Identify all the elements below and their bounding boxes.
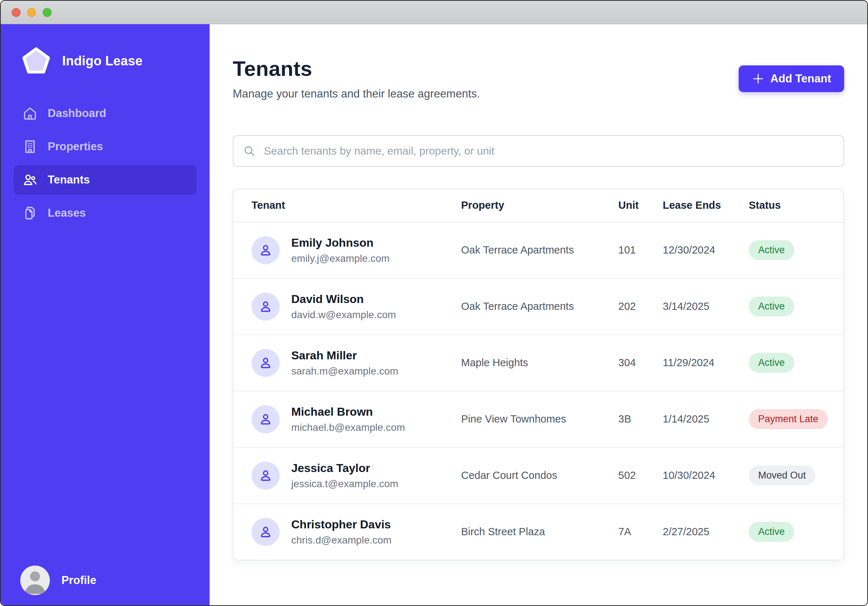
status-badge: Active <box>749 240 794 260</box>
window-titlebar <box>1 1 867 24</box>
lease-ends-cell: 10/30/2024 <box>663 470 749 481</box>
table-body: Emily Johnson emily.j@example.com Oak Te… <box>233 223 843 560</box>
status-badge: Active <box>749 522 794 542</box>
tenant-name: David Wilson <box>291 292 396 306</box>
tenant-avatar <box>251 462 280 490</box>
search-input[interactable] <box>263 144 834 158</box>
tenant-email: emily.j@example.com <box>291 253 389 264</box>
unit-cell: 3B <box>618 413 663 425</box>
page-title: Tenants <box>233 57 480 80</box>
lease-ends-cell: 2/27/2025 <box>663 526 749 538</box>
page-subtitle: Manage your tenants and their lease agre… <box>233 87 480 100</box>
sidebar-item-dashboard[interactable]: Dashboard <box>14 99 197 128</box>
tenant-avatar <box>251 292 280 321</box>
add-tenant-button[interactable]: Add Tenant <box>739 65 844 92</box>
status-badge: Payment Late <box>749 409 828 429</box>
pentagon-logo-icon <box>21 46 51 76</box>
sidebar-item-label: Properties <box>48 140 103 153</box>
person-icon <box>258 524 274 540</box>
person-icon <box>258 355 274 371</box>
tenants-table: Tenant Property Unit Lease Ends Status E… <box>233 189 844 561</box>
tenant-email: david.w@example.com <box>291 309 396 321</box>
column-header-status: Status <box>749 199 825 211</box>
table-row[interactable]: Sarah Miller sarah.m@example.com Maple H… <box>233 335 843 391</box>
tenant-name: Michael Brown <box>291 405 405 419</box>
property-cell: Cedar Court Condos <box>461 470 618 481</box>
table-row[interactable]: David Wilson david.w@example.com Oak Ter… <box>233 279 843 335</box>
property-cell: Oak Terrace Apartments <box>461 244 618 256</box>
sidebar-item-tenants[interactable]: Tenants <box>14 165 197 195</box>
home-icon <box>22 106 37 121</box>
table-row[interactable]: Emily Johnson emily.j@example.com Oak Te… <box>233 223 843 279</box>
sidebar-item-label: Leases <box>48 207 86 220</box>
column-header-lease-ends: Lease Ends <box>663 199 749 211</box>
lease-ends-cell: 1/14/2025 <box>663 413 749 425</box>
close-window-button[interactable] <box>12 8 20 17</box>
person-icon <box>258 242 274 258</box>
lease-ends-cell: 11/29/2024 <box>663 357 749 369</box>
status-badge: Moved Out <box>749 465 815 485</box>
tenant-email: michael.b@example.com <box>291 422 405 433</box>
unit-cell: 202 <box>618 300 663 312</box>
unit-cell: 101 <box>618 244 663 256</box>
person-silhouette-icon <box>20 566 50 595</box>
zoom-window-button[interactable] <box>43 8 52 17</box>
brand-name: Indigo Lease <box>62 53 143 69</box>
add-tenant-label: Add Tenant <box>770 72 831 85</box>
brand: Indigo Lease <box>21 46 209 76</box>
tenant-name: Sarah Miller <box>291 349 398 362</box>
tenant-name: Emily Johnson <box>291 236 389 250</box>
tenant-name: Jessica Taylor <box>291 462 398 475</box>
sidebar-item-label: Tenants <box>48 173 90 186</box>
lease-ends-cell: 12/30/2024 <box>663 244 749 256</box>
tenant-avatar <box>251 349 280 377</box>
users-icon <box>22 172 37 187</box>
unit-cell: 502 <box>618 470 663 481</box>
unit-cell: 304 <box>618 357 663 369</box>
search-icon <box>243 144 256 158</box>
person-icon <box>258 299 274 315</box>
table-header-row: Tenant Property Unit Lease Ends Status <box>233 189 843 223</box>
person-icon <box>258 411 274 427</box>
tenant-email: sarah.m@example.com <box>291 365 398 377</box>
sidebar: Indigo Lease Dashboard Proper <box>1 24 209 605</box>
column-header-unit: Unit <box>618 199 663 211</box>
main-content: Tenants Manage your tenants and their le… <box>209 24 867 605</box>
unit-cell: 7A <box>618 526 663 538</box>
plus-icon <box>752 72 765 85</box>
app-window: Indigo Lease Dashboard Proper <box>0 0 868 606</box>
lease-ends-cell: 3/14/2025 <box>663 300 749 312</box>
page-header: Tenants Manage your tenants and their le… <box>233 57 844 100</box>
sidebar-nav: Dashboard Properties <box>1 99 209 228</box>
property-cell: Maple Heights <box>461 357 618 369</box>
sidebar-item-properties[interactable]: Properties <box>14 132 197 161</box>
building-icon <box>22 139 37 154</box>
table-row[interactable]: Christopher Davis chris.d@example.com Bi… <box>233 504 843 560</box>
profile-avatar <box>20 566 50 595</box>
search-bar <box>233 135 844 167</box>
sidebar-item-label: Dashboard <box>48 107 106 120</box>
tenant-email: jessica.t@example.com <box>291 478 398 490</box>
property-cell: Oak Terrace Apartments <box>461 300 618 312</box>
documents-icon <box>22 206 37 221</box>
property-cell: Pine View Townhomes <box>461 413 618 425</box>
person-icon <box>258 468 274 484</box>
sidebar-item-leases[interactable]: Leases <box>14 198 197 228</box>
column-header-property: Property <box>461 199 618 211</box>
tenant-avatar <box>251 405 280 433</box>
table-row[interactable]: Jessica Taylor jessica.t@example.com Ced… <box>233 448 843 504</box>
tenant-avatar <box>251 236 280 264</box>
tenant-avatar <box>251 518 280 546</box>
status-badge: Active <box>749 297 794 316</box>
table-row[interactable]: Michael Brown michael.b@example.com Pine… <box>233 391 843 448</box>
column-header-tenant: Tenant <box>251 199 461 211</box>
tenant-email: chris.d@example.com <box>291 535 391 546</box>
minimize-window-button[interactable] <box>27 8 36 17</box>
status-badge: Active <box>749 353 794 373</box>
property-cell: Birch Street Plaza <box>461 526 618 538</box>
window-controls <box>12 8 52 17</box>
profile-label: Profile <box>61 574 96 587</box>
profile-button[interactable]: Profile <box>1 566 209 605</box>
tenant-name: Christopher Davis <box>291 518 391 531</box>
